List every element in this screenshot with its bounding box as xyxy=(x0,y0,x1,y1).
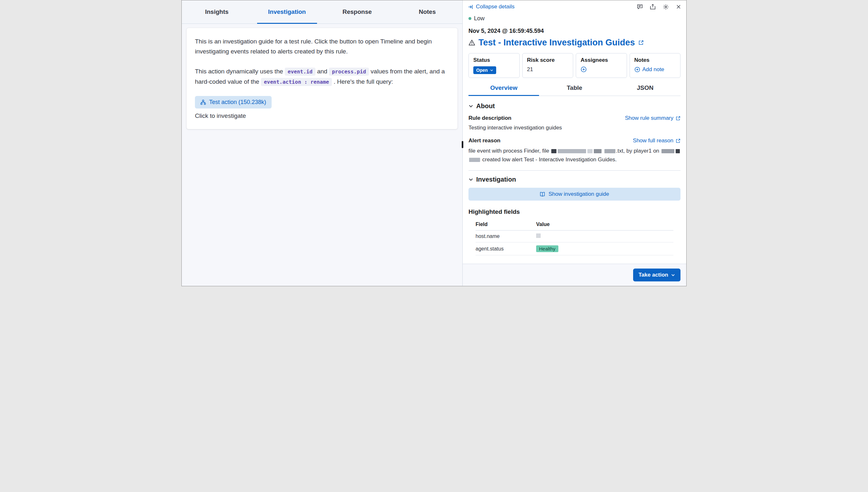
guide-paragraph-1: This is an investigation guide for a tes… xyxy=(195,36,449,56)
show-investigation-guide-label: Show investigation guide xyxy=(548,191,609,197)
flyout-header-actions xyxy=(637,4,681,10)
tab-insights[interactable]: Insights xyxy=(182,0,252,24)
table-header-row: Field Value xyxy=(475,219,673,230)
status-open-dropdown[interactable]: Open xyxy=(473,66,496,74)
investigation-left-panel: Insights Investigation Response Notes Th… xyxy=(182,0,463,286)
status-badge: Healthy xyxy=(536,245,558,252)
redacted-text xyxy=(536,233,541,238)
guide-p2-text-1: This action dynamically uses the xyxy=(195,68,285,75)
investigation-guide-card: This is an investigation guide for a tes… xyxy=(187,28,458,129)
panel-resize-handle[interactable] xyxy=(462,141,463,148)
investigation-heading: Investigation xyxy=(476,176,516,183)
timeline-icon xyxy=(201,99,206,105)
notes-card: Notes Add note xyxy=(630,53,681,78)
book-icon xyxy=(540,192,545,197)
tab-response-label: Response xyxy=(343,8,372,16)
status-card: Status Open xyxy=(468,53,520,78)
tab-notes[interactable]: Notes xyxy=(392,0,462,24)
value-column-header: Value xyxy=(536,222,673,227)
show-full-reason-link[interactable]: Show full reason xyxy=(633,138,680,144)
test-action-button[interactable]: Test action (150.238k) xyxy=(195,96,272,108)
tab-table-label: Table xyxy=(567,84,582,91)
rule-description-row: Rule description Show rule summary xyxy=(468,115,680,121)
chevron-down-icon xyxy=(468,104,473,108)
tab-overview-label: Overview xyxy=(490,84,517,91)
guide-paragraph-2: This action dynamically uses the event.i… xyxy=(195,66,449,87)
assignees-label: Assignees xyxy=(581,57,622,64)
alert-title-link[interactable]: Test - Interactive Investigation Guides xyxy=(478,37,635,48)
tab-response[interactable]: Response xyxy=(322,0,393,24)
alert-title-row: Test - Interactive Investigation Guides xyxy=(468,37,680,48)
flyout-header: Collapse details xyxy=(463,0,686,11)
investigation-section-toggle[interactable]: Investigation xyxy=(468,176,680,183)
gear-icon[interactable] xyxy=(663,4,669,10)
collapse-details-button[interactable]: Collapse details xyxy=(468,3,515,10)
flyout-body: Low Nov 5, 2024 @ 16:59:45.594 Test - In… xyxy=(463,11,686,264)
show-investigation-guide-button[interactable]: Show investigation guide xyxy=(468,188,680,201)
redacted-text xyxy=(676,149,680,153)
highlighted-fields-heading: Highlighted fields xyxy=(468,208,680,215)
field-name-cell: host.name xyxy=(475,233,536,239)
alert-reason-row: Alert reason Show full reason xyxy=(468,138,680,144)
take-action-label: Take action xyxy=(639,272,668,278)
status-card-label: Status xyxy=(473,57,515,64)
field-value-cell: Healthy xyxy=(536,245,673,252)
redacted-text xyxy=(661,149,674,153)
redacted-text xyxy=(605,149,615,153)
tab-investigation-label: Investigation xyxy=(268,8,306,16)
highlighted-fields-table: Field Value host.name agent.status Healt… xyxy=(468,219,680,255)
notes-label: Notes xyxy=(634,57,676,64)
severity-dot-icon xyxy=(468,17,471,20)
tab-insights-label: Insights xyxy=(205,8,229,16)
add-assignee-icon[interactable] xyxy=(581,66,587,72)
flyout-footer: Take action xyxy=(463,264,686,286)
status-value: Open xyxy=(476,68,488,73)
field-value-cell xyxy=(536,233,673,239)
redacted-text xyxy=(594,149,602,153)
comment-icon[interactable] xyxy=(637,4,643,10)
field-name-cell: agent.status xyxy=(475,246,536,252)
click-to-investigate-text: Click to investigate xyxy=(195,113,449,120)
redacted-text xyxy=(587,149,592,153)
tab-json[interactable]: JSON xyxy=(610,82,680,96)
take-action-button[interactable]: Take action xyxy=(633,269,680,281)
popout-icon xyxy=(676,116,680,121)
chevron-down-icon xyxy=(671,273,675,277)
severity-row: Low xyxy=(468,15,680,22)
alert-details-window: Insights Investigation Response Notes Th… xyxy=(181,0,687,286)
rule-description-text: Testing interactive investigation guides xyxy=(468,125,680,131)
redacted-text xyxy=(469,158,480,162)
tab-notes-label: Notes xyxy=(419,8,436,16)
risk-score-value: 21 xyxy=(527,66,569,73)
redacted-text xyxy=(558,149,586,153)
code-chip-event-action-rename: event.action : rename xyxy=(261,78,332,86)
about-section-toggle[interactable]: About xyxy=(468,102,680,110)
code-chip-event-id: event.id xyxy=(285,68,315,76)
show-rule-summary-link[interactable]: Show rule summary xyxy=(625,115,680,121)
tab-table[interactable]: Table xyxy=(539,82,610,96)
guide-p2-text-4: . Here's the full query: xyxy=(332,78,393,85)
flyout-tabbar: Overview Table JSON xyxy=(468,82,680,96)
tab-investigation[interactable]: Investigation xyxy=(252,0,322,24)
table-row[interactable]: host.name xyxy=(475,230,673,243)
left-tabbar: Insights Investigation Response Notes xyxy=(182,0,462,24)
alert-timestamp: Nov 5, 2024 @ 16:59:45.594 xyxy=(468,28,680,34)
close-icon[interactable] xyxy=(676,4,681,9)
alert-reason-text: file event with process Finder, file .tx… xyxy=(468,147,680,164)
table-row[interactable]: agent.status Healthy xyxy=(475,243,673,255)
about-heading: About xyxy=(476,102,495,110)
popout-icon xyxy=(676,139,680,143)
summary-cards-row: Status Open Risk score 21 A xyxy=(468,53,680,78)
warning-icon xyxy=(468,39,475,46)
chevron-down-icon xyxy=(490,69,493,72)
reason-text-1: file event with process Finder, file xyxy=(468,148,550,154)
add-note-button[interactable]: Add note xyxy=(634,66,664,73)
collapse-right-icon xyxy=(468,4,473,10)
tab-overview[interactable]: Overview xyxy=(468,82,539,96)
chevron-down-icon xyxy=(468,177,473,182)
risk-score-card: Risk score 21 xyxy=(522,53,573,78)
test-action-button-label: Test action (150.238k) xyxy=(209,99,266,106)
guide-p2-text-2: and xyxy=(315,68,329,75)
share-icon[interactable] xyxy=(650,4,656,10)
rule-description-label: Rule description xyxy=(468,115,511,121)
